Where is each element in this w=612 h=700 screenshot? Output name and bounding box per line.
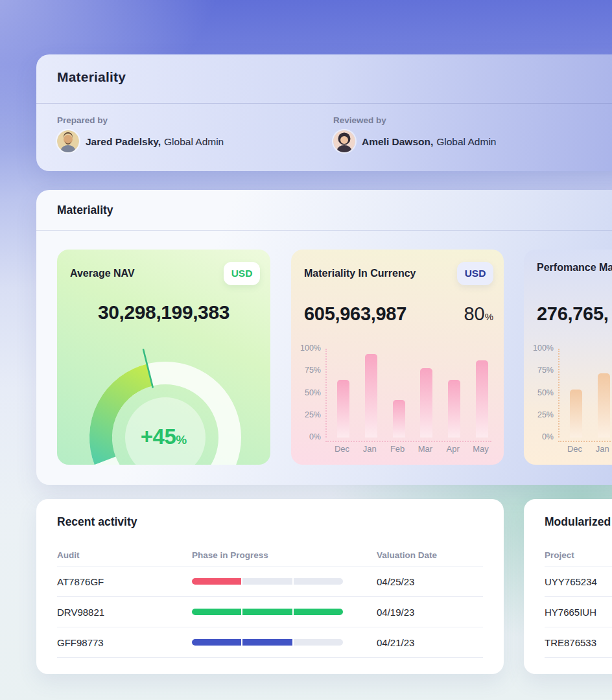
progress-segment-filled bbox=[294, 609, 343, 615]
modularized-card: Modularized Project UYY765234 HY7665IUH … bbox=[524, 499, 612, 674]
avatar-prepared-by bbox=[57, 130, 79, 152]
prepared-by-label: Prepared by bbox=[57, 115, 108, 125]
reviewed-by-name: Ameli Dawson, bbox=[362, 136, 433, 147]
dashboard-screen: Materiality Prepared by Jared Padelsky,G… bbox=[0, 0, 612, 700]
chart-plot-area bbox=[558, 349, 612, 438]
materiality-in-currency-card: Materiality In Currency USD 605,963,987 … bbox=[291, 250, 504, 465]
performance-card: Perfomance Ma 276,765, 100%75%50%25%0%De… bbox=[524, 250, 612, 465]
y-axis-tick-label: 0% bbox=[291, 432, 321, 441]
male-avatar-icon bbox=[57, 130, 79, 152]
valuation-date: 04/19/23 bbox=[377, 607, 414, 618]
progress-segment-empty bbox=[294, 639, 343, 646]
performance-bar-chart: 100%75%50%25%0%DecJan bbox=[524, 345, 612, 461]
prepared-by-person: Jared Padelsky,Global Admin bbox=[86, 136, 224, 148]
avatar-reviewed-by bbox=[333, 130, 355, 152]
reviewed-by-person: Ameli Dawson,Global Admin bbox=[362, 136, 496, 148]
bar-mar bbox=[420, 368, 432, 438]
materiality-percent: 80% bbox=[464, 303, 493, 325]
female-avatar-icon bbox=[333, 130, 355, 152]
x-axis-category-label: Apr bbox=[439, 444, 467, 454]
project-id: UYY765234 bbox=[545, 576, 597, 587]
column-header-phase: Phase in Progress bbox=[192, 550, 268, 560]
materiality-percent-unit: % bbox=[485, 311, 493, 322]
progress-segment-filled bbox=[242, 609, 292, 615]
chart-plot-area bbox=[325, 349, 482, 438]
y-axis-tick-label: 0% bbox=[524, 432, 554, 441]
progress-segment-empty bbox=[242, 578, 292, 585]
y-axis-tick-label: 75% bbox=[291, 366, 321, 375]
valuation-date: 04/21/23 bbox=[377, 637, 414, 648]
materiality-section-card: Materiality Average NAV USD 30,298,199,3… bbox=[36, 190, 612, 485]
performance-title: Perfomance Ma bbox=[537, 262, 612, 274]
bar-apr bbox=[448, 380, 460, 438]
page-title: Materiality bbox=[57, 69, 126, 85]
table-row: AT7876GF 04/25/23 bbox=[57, 566, 483, 597]
column-header-valuation-date: Valuation Date bbox=[377, 550, 437, 560]
prepared-by-name: Jared Padelsky, bbox=[86, 136, 161, 147]
phase-progress-bar bbox=[192, 609, 343, 615]
bar-may bbox=[476, 360, 488, 438]
valuation-date: 04/25/23 bbox=[377, 576, 414, 587]
average-nav-card: Average NAV USD 30,298,199,383 +45% bbox=[57, 250, 270, 465]
bar-jan bbox=[598, 373, 610, 438]
modularized-title: Modularized bbox=[545, 515, 611, 529]
table-row: HY7665IUH bbox=[545, 597, 612, 627]
table-row: DRV98821 04/19/23 bbox=[57, 597, 483, 627]
recent-activity-card: Recent activity Audit Phase in Progress … bbox=[36, 499, 504, 674]
section-title: Materiality bbox=[57, 204, 113, 217]
gauge-percent-label: +45% bbox=[57, 425, 270, 449]
progress-segment-empty bbox=[294, 578, 343, 585]
phase-progress-bar bbox=[192, 578, 343, 585]
table-row: UYY765234 bbox=[545, 566, 612, 597]
y-axis-tick-label: 50% bbox=[524, 388, 554, 397]
x-axis-category-label: Dec bbox=[328, 444, 357, 454]
section-divider bbox=[36, 230, 612, 231]
progress-segment-filled bbox=[242, 639, 292, 646]
table-row: GFF98773 04/21/23 bbox=[57, 627, 483, 658]
x-axis-category-label: Jan bbox=[588, 444, 612, 454]
header-card: Materiality Prepared by Jared Padelsky,G… bbox=[36, 54, 612, 171]
header-divider bbox=[36, 103, 612, 104]
x-axis-category-label: Dec bbox=[561, 444, 589, 454]
currency-badge-usd[interactable]: USD bbox=[457, 262, 493, 285]
x-axis-category-label: May bbox=[467, 444, 495, 454]
materiality-value: 605,963,987 bbox=[304, 303, 406, 325]
audit-id: AT7876GF bbox=[57, 576, 104, 587]
y-axis-tick-label: 25% bbox=[291, 410, 321, 419]
audit-id: DRV98821 bbox=[57, 607, 104, 618]
gauge-percent-unit: % bbox=[176, 433, 187, 447]
materiality-in-currency-title: Materiality In Currency bbox=[304, 268, 416, 279]
materiality-percent-value: 80 bbox=[464, 303, 484, 324]
y-axis-tick-label: 75% bbox=[524, 366, 554, 375]
x-axis-category-label: Jan bbox=[355, 444, 384, 454]
recent-activity-title: Recent activity bbox=[57, 515, 137, 529]
gauge-percent-value: +45 bbox=[141, 425, 176, 449]
materiality-bar-chart: 100%75%50%25%0%DecJanFebMarAprMay bbox=[291, 345, 504, 461]
prepared-by-role: Global Admin bbox=[164, 136, 224, 147]
progress-segment-filled bbox=[192, 578, 241, 585]
audit-id: GFF98773 bbox=[57, 637, 104, 648]
x-axis-category-label: Mar bbox=[411, 444, 440, 454]
progress-segment-filled bbox=[192, 639, 241, 646]
bar-dec bbox=[570, 390, 582, 438]
bar-dec bbox=[337, 380, 349, 438]
y-axis-tick-label: 25% bbox=[524, 410, 554, 419]
y-axis-tick-label: 100% bbox=[291, 344, 321, 353]
y-axis-tick-label: 100% bbox=[524, 344, 554, 353]
column-header-audit: Audit bbox=[57, 550, 80, 560]
table-row: TRE876533 bbox=[545, 627, 612, 658]
x-axis-category-label: Feb bbox=[383, 444, 412, 454]
project-id: HY7665IUH bbox=[545, 607, 596, 618]
reviewed-by-role: Global Admin bbox=[436, 136, 496, 147]
column-header-project: Project bbox=[545, 550, 574, 560]
performance-value: 276,765, bbox=[537, 303, 609, 325]
y-axis-tick-label: 50% bbox=[291, 388, 321, 397]
progress-segment-filled bbox=[192, 609, 241, 615]
phase-progress-bar bbox=[192, 639, 343, 646]
reviewed-by-label: Reviewed by bbox=[333, 115, 386, 125]
bar-jan bbox=[365, 354, 377, 438]
bar-feb bbox=[393, 400, 405, 438]
project-id: TRE876533 bbox=[545, 637, 596, 648]
